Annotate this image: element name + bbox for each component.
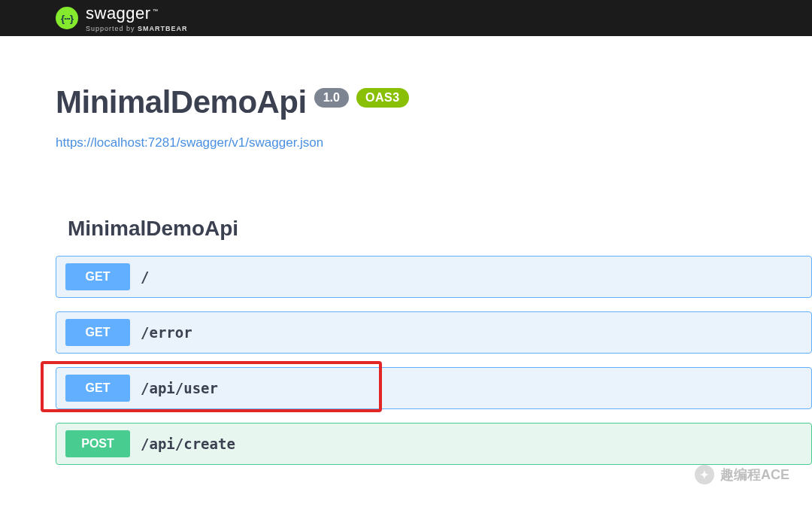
watermark-text: 趣编程ACE	[720, 466, 789, 484]
endpoint-path: /api/user	[141, 380, 218, 396]
http-method-badge: GET	[65, 375, 130, 402]
main-content: MinimalDemoApi 1.0 OAS3 https://localhos…	[0, 84, 812, 465]
supported-by: Supported by SMARTBEAR	[86, 25, 188, 32]
wechat-icon: ✦	[695, 465, 714, 484]
operation-row[interactable]: GET/error	[56, 311, 812, 354]
brand-word: swagger	[86, 4, 151, 23]
watermark: ✦ 趣编程ACE	[695, 465, 789, 484]
api-title-row: MinimalDemoApi 1.0 OAS3	[56, 84, 812, 120]
trademark-icon: ™	[153, 8, 158, 14]
endpoint-path: /api/create	[141, 436, 235, 452]
endpoint-path: /error	[141, 324, 192, 341]
operation-row[interactable]: POST/api/create	[56, 423, 812, 465]
swagger-logo[interactable]: {···} swagger ™ Supported by SMARTBEAR	[56, 4, 188, 32]
topbar: {···} swagger ™ Supported by SMARTBEAR	[0, 0, 812, 36]
endpoint-path: /	[141, 269, 149, 285]
swagger-icon: {···}	[56, 7, 78, 29]
swagger-json-link[interactable]: https://localhost:7281/swagger/v1/swagge…	[56, 135, 323, 150]
operation-row[interactable]: GET/	[56, 256, 812, 298]
api-title: MinimalDemoApi	[56, 84, 307, 120]
http-method-badge: GET	[65, 263, 130, 290]
operation-row[interactable]: GET/api/user	[56, 367, 812, 409]
http-method-badge: POST	[65, 430, 130, 457]
version-badge: 1.0	[314, 88, 349, 108]
http-method-badge: GET	[65, 319, 130, 346]
tag-heading[interactable]: MinimalDemoApi	[68, 217, 812, 241]
oas-badge: OAS3	[356, 88, 409, 108]
